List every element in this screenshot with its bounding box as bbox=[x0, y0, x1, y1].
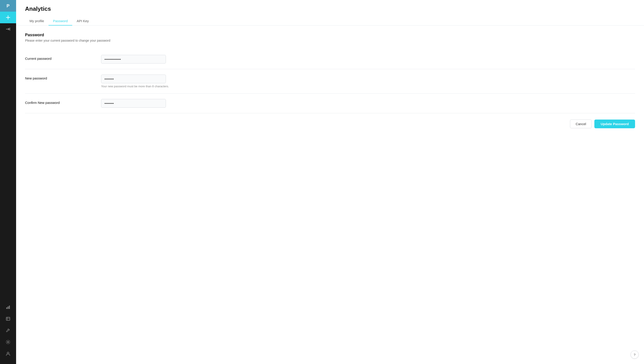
section-title: Password bbox=[25, 33, 635, 37]
update-password-button[interactable]: Update Password bbox=[594, 120, 635, 128]
help-label: ? bbox=[634, 353, 636, 356]
logo-letter: P bbox=[6, 3, 10, 9]
confirm-password-wrap bbox=[101, 99, 635, 108]
current-password-wrap bbox=[101, 55, 635, 64]
svg-point-10 bbox=[8, 341, 9, 343]
tools-icon[interactable] bbox=[0, 325, 16, 336]
current-password-row: Current password bbox=[25, 50, 635, 69]
svg-rect-4 bbox=[6, 307, 7, 309]
current-password-input[interactable] bbox=[101, 55, 166, 64]
collapse-button[interactable] bbox=[0, 23, 16, 35]
help-button[interactable]: ? bbox=[630, 350, 639, 359]
new-password-row: New password Your new password must be m… bbox=[25, 69, 635, 94]
sidebar-bottom bbox=[0, 301, 16, 364]
svg-rect-6 bbox=[9, 306, 10, 309]
svg-rect-7 bbox=[6, 317, 10, 320]
svg-point-11 bbox=[7, 352, 9, 354]
confirm-password-label: Confirm New password bbox=[25, 99, 101, 105]
sidebar: P bbox=[0, 0, 16, 364]
sidebar-logo: P bbox=[0, 0, 16, 12]
add-button[interactable] bbox=[0, 12, 16, 23]
profile-icon[interactable] bbox=[0, 348, 16, 359]
confirm-password-input[interactable] bbox=[101, 99, 166, 108]
main-content: Analytics My profile Password API Key Pa… bbox=[16, 0, 644, 364]
tab-my-profile[interactable]: My profile bbox=[25, 17, 48, 26]
password-form-area: Password Please enter your current passw… bbox=[16, 26, 644, 135]
tab-api-key[interactable]: API Key bbox=[72, 17, 93, 26]
page-header: Analytics My profile Password API Key bbox=[16, 0, 644, 26]
analytics-icon[interactable] bbox=[0, 301, 16, 313]
confirm-password-row: Confirm New password bbox=[25, 94, 635, 113]
library-icon[interactable] bbox=[0, 313, 16, 325]
new-password-hint: Your new password must be more than 8 ch… bbox=[101, 85, 635, 88]
svg-rect-5 bbox=[8, 306, 8, 309]
action-buttons: Cancel Update Password bbox=[25, 113, 635, 128]
cancel-button[interactable]: Cancel bbox=[570, 120, 592, 128]
new-password-input[interactable] bbox=[101, 75, 166, 83]
sidebar-top: P bbox=[0, 0, 16, 35]
tab-password[interactable]: Password bbox=[48, 17, 72, 26]
settings-icon[interactable] bbox=[0, 336, 16, 348]
section-description: Please enter your current password to ch… bbox=[25, 39, 635, 42]
current-password-label: Current password bbox=[25, 55, 101, 60]
new-password-wrap: Your new password must be more than 8 ch… bbox=[101, 75, 635, 88]
page-title: Analytics bbox=[25, 5, 635, 12]
new-password-label: New password bbox=[25, 75, 101, 80]
tabs-bar: My profile Password API Key bbox=[25, 17, 635, 25]
